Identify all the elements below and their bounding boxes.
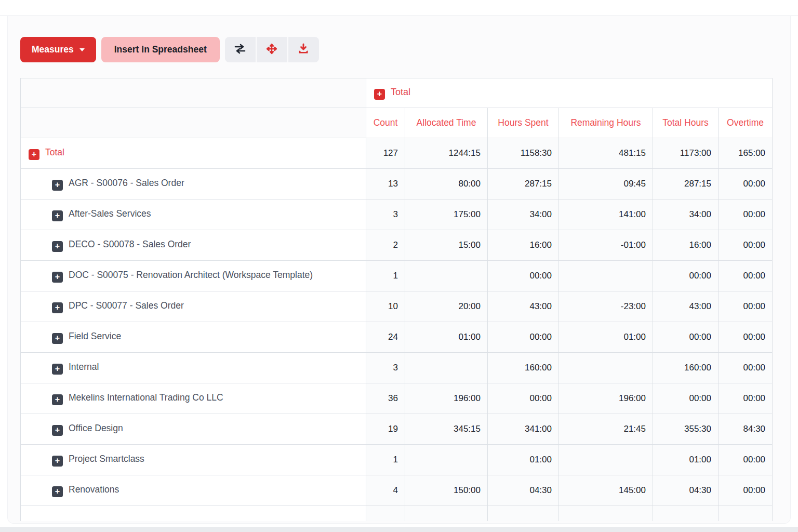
pivot-value-cell: 196:00 xyxy=(559,383,653,414)
pivot-value-cell xyxy=(405,261,488,291)
measure-header-count[interactable]: Count xyxy=(366,108,405,138)
measures-button-label: Measures xyxy=(32,44,74,55)
chevron-down-icon xyxy=(79,48,85,51)
row-label: DPC - S00077 - Sales Order xyxy=(69,300,184,311)
row-label: DECO - S00078 - Sales Order xyxy=(69,239,191,249)
table-row: +Project Smartclass101:0001:0000:00 xyxy=(21,445,773,475)
expand-all-icon xyxy=(265,43,278,57)
pivot-value-cell: 00:00 xyxy=(488,383,559,414)
row-header[interactable]: +Field Service xyxy=(21,322,366,353)
measure-header-total-hours[interactable]: Total Hours xyxy=(653,108,719,138)
pivot-value-cell: 00:00 xyxy=(653,322,719,353)
pivot-value-cell xyxy=(559,506,653,522)
row-label: AGR - S00076 - Sales Order xyxy=(69,178,184,188)
expand-row-icon[interactable]: + xyxy=(52,180,63,191)
pivot-value-cell: 34:00 xyxy=(488,200,559,230)
pivot-value-cell: 1 xyxy=(366,261,405,291)
measure-header-overtime[interactable]: Overtime xyxy=(719,108,773,138)
pivot-value-cell: 196:00 xyxy=(405,383,488,414)
table-row: +DOC - S00075 - Renovation Architect (Wo… xyxy=(21,261,773,291)
pivot-table-container: +TotalCountAllocated TimeHours SpentRema… xyxy=(20,78,773,521)
pivot-value-cell: 20:00 xyxy=(405,291,488,322)
row-header[interactable]: +Office Design xyxy=(21,414,366,445)
pivot-value-cell xyxy=(559,445,653,475)
pivot-value-cell: 01:00 xyxy=(405,322,488,353)
expand-all-button[interactable] xyxy=(257,37,287,62)
pivot-value-cell: 00:00 xyxy=(653,261,719,291)
row-header[interactable]: +DOC - S00075 - Renovation Architect (Wo… xyxy=(21,261,366,291)
expand-row-icon[interactable]: + xyxy=(52,302,63,313)
expand-row-icon[interactable]: + xyxy=(52,456,63,467)
pivot-value-cell xyxy=(488,506,559,522)
row-label: Project Smartclass xyxy=(69,454,144,464)
download-xlsx-button[interactable] xyxy=(288,37,319,62)
row-label: Field Service xyxy=(69,331,121,341)
table-row: +Renovations4150:0004:30145:0004:3000:00 xyxy=(21,475,773,506)
row-header[interactable]: +DECO - S00078 - Sales Order xyxy=(21,230,366,261)
expand-column-icon[interactable]: + xyxy=(374,89,385,100)
pivot-value-cell: 345:15 xyxy=(405,414,488,445)
row-label: Internal xyxy=(69,362,99,372)
pivot-value-cell: 34:00 xyxy=(653,200,719,230)
pivot-value-cell: 24 xyxy=(366,322,405,353)
expand-row-icon[interactable]: + xyxy=(52,272,63,283)
expand-row-icon[interactable]: + xyxy=(52,425,63,436)
flip-axis-button[interactable] xyxy=(225,37,256,62)
table-row: +Internal3160:00160:0000:00 xyxy=(21,353,773,383)
pivot-value-cell: 341:00 xyxy=(488,414,559,445)
expand-row-icon[interactable]: + xyxy=(52,364,63,375)
expand-row-icon[interactable]: + xyxy=(52,486,63,497)
expand-row-icon[interactable]: + xyxy=(52,210,63,221)
pivot-value-cell xyxy=(366,506,405,522)
pivot-value-cell: 00:00 xyxy=(719,475,773,506)
pivot-value-cell: 00:00 xyxy=(719,353,773,383)
pivot-value-cell: 16:00 xyxy=(653,230,719,261)
top-band xyxy=(0,0,798,16)
pivot-value-cell: 00:00 xyxy=(719,322,773,353)
pivot-value-cell: 127 xyxy=(366,138,405,169)
table-row: +Field Service2401:0000:0001:0000:0000:0… xyxy=(21,322,773,353)
pivot-value-cell: 01:00 xyxy=(559,322,653,353)
row-header[interactable]: +DPC - S00077 - Sales Order xyxy=(21,291,366,322)
row-header xyxy=(21,506,366,522)
expand-row-icon[interactable]: + xyxy=(52,241,63,252)
pivot-value-cell: 1244:15 xyxy=(405,138,488,169)
pivot-value-cell: -01:00 xyxy=(559,230,653,261)
pivot-value-cell: 160:00 xyxy=(653,353,719,383)
column-group-header-total[interactable]: +Total xyxy=(366,78,773,108)
pivot-value-cell: 145:00 xyxy=(559,475,653,506)
pivot-value-cell xyxy=(559,261,653,291)
pivot-value-cell: 4 xyxy=(366,475,405,506)
row-header[interactable]: +Project Smartclass xyxy=(21,445,366,475)
row-header[interactable]: +Mekelins International Trading Co LLC xyxy=(21,383,366,414)
expand-row-icon[interactable]: + xyxy=(52,333,63,344)
pivot-value-cell xyxy=(653,506,719,522)
measure-header-allocated-time[interactable]: Allocated Time xyxy=(405,108,488,138)
measure-header-hours-spent[interactable]: Hours Spent xyxy=(488,108,559,138)
table-row: +DPC - S00077 - Sales Order1020:0043:00-… xyxy=(21,291,773,322)
expand-row-icon[interactable]: + xyxy=(52,394,63,405)
row-label: Renovations xyxy=(69,484,119,495)
pivot-value-cell: 36 xyxy=(366,383,405,414)
row-header-total[interactable]: +Total xyxy=(21,138,366,169)
pivot-icon-button-group xyxy=(225,37,319,62)
row-label: Office Design xyxy=(69,423,123,433)
pivot-value-cell: 160:00 xyxy=(488,353,559,383)
table-row: +DECO - S00078 - Sales Order215:0016:00-… xyxy=(21,230,773,261)
pivot-value-cell: 355:30 xyxy=(653,414,719,445)
pivot-value-cell: 00:00 xyxy=(719,230,773,261)
row-header[interactable]: +Internal xyxy=(21,353,366,383)
row-header[interactable]: +After-Sales Services xyxy=(21,200,366,230)
pivot-value-cell: 00:00 xyxy=(653,383,719,414)
expand-row-icon[interactable]: + xyxy=(29,149,39,160)
measure-header-remaining-hours[interactable]: Remaining Hours xyxy=(559,108,653,138)
row-header[interactable]: +Renovations xyxy=(21,475,366,506)
pivot-view-card: Measures Insert in Spreadsheet xyxy=(7,16,791,524)
pivot-value-cell xyxy=(405,506,488,522)
row-header[interactable]: +AGR - S00076 - Sales Order xyxy=(21,169,366,200)
measures-button[interactable]: Measures xyxy=(20,37,96,62)
pivot-value-cell: 00:00 xyxy=(488,322,559,353)
pivot-value-cell: 3 xyxy=(366,200,405,230)
insert-in-spreadsheet-button[interactable]: Insert in Spreadsheet xyxy=(101,37,220,62)
insert-in-spreadsheet-label: Insert in Spreadsheet xyxy=(114,44,207,55)
